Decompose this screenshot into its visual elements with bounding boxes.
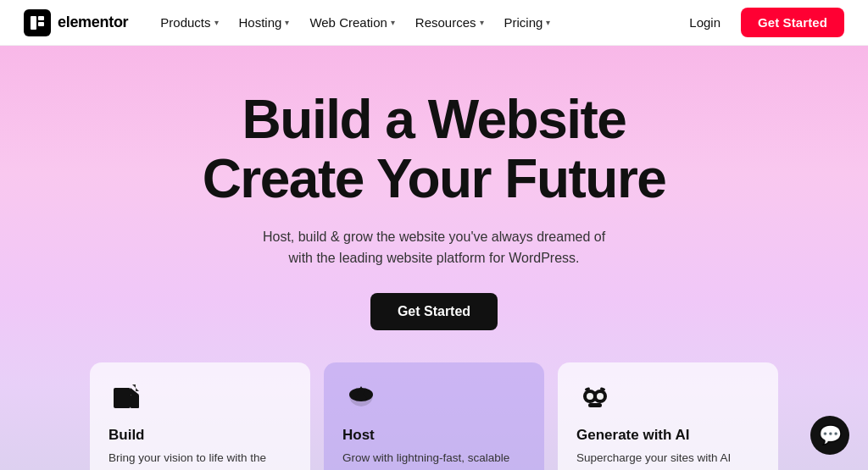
card-ai: Generate with AI Supercharge your sites …: [558, 362, 778, 470]
svg-rect-2: [38, 22, 44, 26]
feature-cards: Build Bring your vision to life with the…: [0, 362, 868, 470]
svg-rect-11: [588, 403, 602, 407]
hero-subtitle: Host, build & grow the website you've al…: [263, 226, 605, 269]
card-ai-title: Generate with AI: [576, 427, 760, 444]
card-host: Host Grow with lightning-fast, scalable …: [324, 362, 544, 470]
chevron-down-icon: ▾: [285, 18, 289, 27]
nav-label-products: Products: [160, 15, 210, 30]
logo-name: elementor: [58, 14, 128, 31]
hero-subtitle-line1: Host, build & grow the website you've al…: [263, 229, 605, 244]
chevron-down-icon: ▾: [480, 18, 484, 27]
svg-rect-5: [131, 395, 139, 408]
get-started-nav-button[interactable]: Get Started: [741, 8, 844, 37]
chevron-down-icon: ▾: [391, 18, 395, 27]
ai-icon: [576, 379, 614, 417]
nav-links: Products ▾ Hosting ▾ Web Creation ▾ Reso…: [152, 10, 681, 35]
card-host-title: Host: [342, 427, 526, 444]
nav-item-pricing[interactable]: Pricing ▾: [496, 10, 559, 35]
chat-icon: 💬: [819, 424, 842, 446]
build-icon: [108, 379, 146, 417]
nav-item-resources[interactable]: Resources ▾: [407, 10, 492, 35]
nav-label-pricing: Pricing: [504, 15, 543, 30]
nav-item-web-creation[interactable]: Web Creation ▾: [301, 10, 403, 35]
nav-item-products[interactable]: Products ▾: [152, 10, 226, 35]
hero-cta-button[interactable]: Get Started: [370, 293, 498, 330]
chevron-down-icon: ▾: [214, 18, 219, 27]
nav-actions: Login Get Started: [681, 8, 844, 37]
host-icon: [342, 379, 380, 417]
card-ai-desc: Supercharge your sites with AI assisted …: [576, 450, 760, 470]
svg-rect-0: [31, 16, 36, 30]
hero-subtitle-line2: with the leading website platform for Wo…: [289, 251, 580, 265]
logo[interactable]: elementor: [24, 9, 128, 36]
nav-label-web-creation: Web Creation: [309, 15, 387, 30]
svg-rect-3: [114, 388, 131, 408]
hero-title-line2: Create Your Future: [203, 148, 666, 209]
card-build: Build Bring your vision to life with the…: [90, 362, 310, 470]
card-build-title: Build: [108, 427, 292, 444]
card-build-desc: Bring your vision to life with the most …: [108, 450, 292, 470]
nav-label-hosting: Hosting: [239, 15, 282, 30]
chevron-down-icon: ▾: [546, 18, 550, 27]
svg-point-9: [587, 393, 593, 400]
hero-section: Build a Website Create Your Future Host,…: [0, 46, 868, 470]
nav-item-hosting[interactable]: Hosting ▾: [231, 10, 298, 35]
hero-title: Build a Website Create Your Future: [203, 90, 666, 209]
navbar: elementor Products ▾ Hosting ▾ Web Creat…: [0, 0, 868, 46]
logo-icon: [24, 9, 51, 36]
nav-label-resources: Resources: [415, 15, 476, 30]
svg-rect-1: [38, 16, 44, 20]
hero-title-line1: Build a Website: [242, 89, 626, 150]
chat-bubble-button[interactable]: 💬: [810, 416, 849, 455]
svg-point-10: [597, 393, 604, 400]
card-host-desc: Grow with lightning-fast, scalable Cloud…: [342, 450, 526, 470]
login-button[interactable]: Login: [681, 10, 729, 35]
